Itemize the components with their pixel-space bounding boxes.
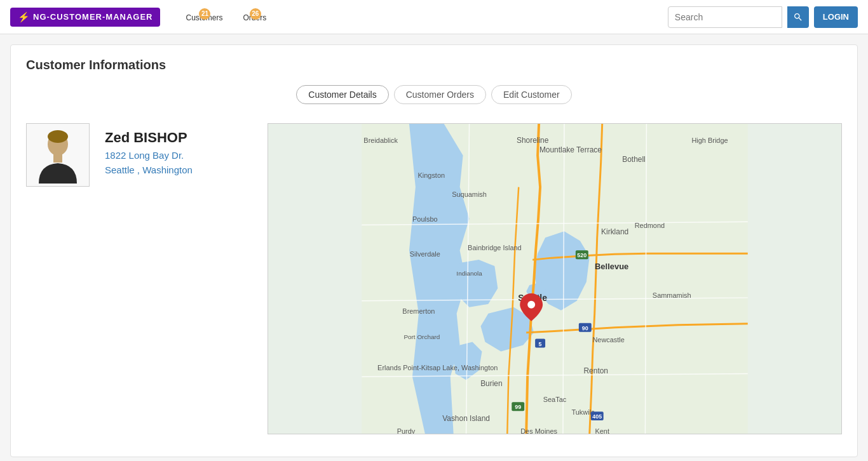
svg-text:Des Moines: Des Moines <box>520 427 557 434</box>
navbar: ⚡ NG-CUSTOMER-MANAGER 21 Customers 26 Or… <box>0 0 868 34</box>
page-content: Customer Informations Customer Details C… <box>10 44 858 457</box>
search-button[interactable] <box>787 6 809 28</box>
svg-rect-2 <box>53 154 62 163</box>
svg-text:Indianola: Indianola <box>456 270 482 277</box>
svg-text:Bainbridge Island: Bainbridge Island <box>468 244 522 251</box>
svg-text:Kent: Kent <box>595 427 609 434</box>
nav-right: LOGIN <box>668 6 858 28</box>
tabs: Customer Details Customer Orders Edit Cu… <box>26 85 842 104</box>
svg-text:Mountlake Terrace: Mountlake Terrace <box>539 145 602 154</box>
svg-text:Bellevue: Bellevue <box>595 262 628 271</box>
page-title: Customer Informations <box>26 58 842 72</box>
nav-center: 21 Customers 26 Orders <box>186 12 266 22</box>
search-icon <box>793 12 803 22</box>
tab-edit-customer[interactable]: Edit Customer <box>491 85 572 104</box>
brand-name: NG-CUSTOMER-MANAGER <box>33 12 153 22</box>
svg-text:5: 5 <box>539 341 542 347</box>
login-button[interactable]: LOGIN <box>814 6 858 28</box>
customer-info: Zed BISHOP 1822 Long Bay Dr. Seattle , W… <box>105 123 193 175</box>
brand-logo[interactable]: ⚡ NG-CUSTOMER-MANAGER <box>10 8 160 27</box>
customer-name: Zed BISHOP <box>105 130 193 146</box>
tab-customer-orders[interactable]: Customer Orders <box>394 85 486 104</box>
customer-details: Zed BISHOP 1822 Long Bay Dr. Seattle , W… <box>26 123 842 434</box>
customer-address-line2: Seattle , Washington <box>105 164 193 175</box>
svg-text:99: 99 <box>515 404 521 410</box>
avatar-icon <box>32 126 83 184</box>
svg-text:Silverdale: Silverdale <box>410 250 440 258</box>
svg-text:405: 405 <box>592 413 602 420</box>
svg-text:High Bridge: High Bridge <box>691 137 728 144</box>
customer-address-line1: 1822 Long Bay Dr. <box>105 150 193 161</box>
svg-point-48 <box>527 301 535 309</box>
tab-customer-details[interactable]: Customer Details <box>296 85 388 104</box>
orders-badge: 26 <box>250 8 261 20</box>
svg-text:Port Orchard: Port Orchard <box>403 333 440 340</box>
svg-text:Poulsbo: Poulsbo <box>412 215 438 223</box>
svg-text:Kingston: Kingston <box>418 171 445 179</box>
svg-text:Redmond: Redmond <box>635 222 665 229</box>
avatar <box>26 123 90 187</box>
svg-point-1 <box>48 130 68 143</box>
map-container: Seattle Bellevue Kirkland Redmond Newcas… <box>268 123 842 434</box>
svg-text:Burien: Burien <box>480 379 503 388</box>
bolt-icon: ⚡ <box>18 11 31 23</box>
svg-text:Renton: Renton <box>583 366 608 375</box>
customer-left: Zed BISHOP 1822 Long Bay Dr. Seattle , W… <box>26 123 229 187</box>
svg-text:Kirkland: Kirkland <box>601 227 628 236</box>
search-input[interactable] <box>668 6 782 28</box>
svg-text:Newcastle: Newcastle <box>592 336 624 344</box>
svg-text:Suquamish: Suquamish <box>452 190 487 198</box>
svg-text:SeaTac: SeaTac <box>543 396 567 403</box>
svg-text:Shoreline: Shoreline <box>517 136 549 145</box>
svg-text:Bothell: Bothell <box>622 155 646 164</box>
nav-item-customers[interactable]: 21 Customers <box>186 12 222 22</box>
svg-text:Sammamish: Sammamish <box>653 291 691 299</box>
svg-text:Bremerton: Bremerton <box>402 307 435 315</box>
svg-text:90: 90 <box>582 325 588 331</box>
nav-item-orders[interactable]: 26 Orders <box>243 12 267 22</box>
svg-text:Breidablick: Breidablick <box>363 137 398 144</box>
svg-text:Erlands Point-Kitsap Lake, Was: Erlands Point-Kitsap Lake, Washington <box>377 364 498 371</box>
svg-text:Vashon Island: Vashon Island <box>442 414 490 423</box>
customers-badge: 21 <box>199 8 210 20</box>
svg-text:Purdy: Purdy <box>397 427 416 434</box>
svg-text:520: 520 <box>577 252 587 258</box>
map-svg: Seattle Bellevue Kirkland Redmond Newcas… <box>268 124 841 434</box>
